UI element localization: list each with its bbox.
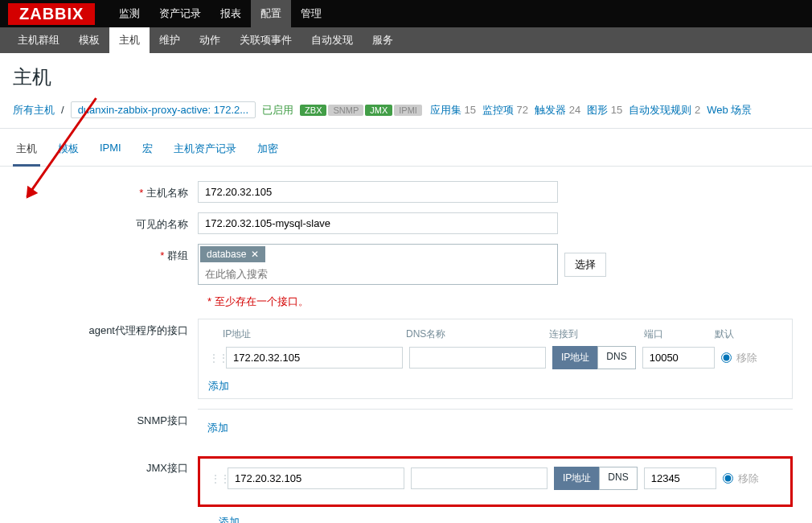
toggle-ip[interactable]: IP地址 xyxy=(554,467,599,490)
groups-label: * 群组 xyxy=(13,244,198,263)
form-area: * 主机名称 可见的名称 * 群组 database ✕ 选择 * 至少存在一个… xyxy=(0,167,812,523)
badge-zbx: ZBX xyxy=(300,105,326,116)
snmp-interface-section: 添加 xyxy=(198,409,793,447)
toggle-dns[interactable]: DNS xyxy=(599,467,637,490)
agent-default-radio[interactable] xyxy=(721,352,732,363)
snmp-label: SNMP接口 xyxy=(13,409,198,428)
badge-snmp: SNMP xyxy=(328,105,363,116)
agent-port-input[interactable] xyxy=(642,347,715,369)
badge-jmx: JMX xyxy=(365,105,392,116)
subnav-services[interactable]: 服务 xyxy=(363,27,403,53)
hostname-label: * 主机名称 xyxy=(13,181,198,200)
iface-headers: IP地址 DNS名称 连接到 端口 默认 xyxy=(208,327,782,341)
tab-inventory[interactable]: 主机资产记录 xyxy=(170,135,240,166)
visible-input[interactable] xyxy=(198,212,558,234)
page-title: 主机 xyxy=(0,53,812,98)
jmx-interface-section: ⋮⋮ IP地址 DNS 移除 xyxy=(198,456,793,507)
agent-dns-input[interactable] xyxy=(409,347,546,369)
subnav-templates[interactable]: 模板 xyxy=(69,27,109,53)
toggle-dns[interactable]: DNS xyxy=(597,346,635,369)
breadcrumb: 所有主机 / duanxin-zabbix-proxy-active: 172.… xyxy=(0,98,812,129)
interface-note: * 至少存在一个接口。 xyxy=(207,294,799,309)
nav-inventory[interactable]: 资产记录 xyxy=(150,0,211,27)
group-search-input[interactable] xyxy=(199,264,544,284)
jmx-ip-input[interactable] xyxy=(228,467,404,489)
subnav-actions[interactable]: 动作 xyxy=(190,27,230,53)
jmx-default-radio[interactable] xyxy=(723,473,733,484)
groups-tagbox[interactable]: database ✕ xyxy=(198,244,558,285)
stat-discovery[interactable]: 自动发现规则 2 xyxy=(629,103,700,117)
tab-templates[interactable]: 模板 xyxy=(55,135,82,166)
topbar: ZABBIX 监测 资产记录 报表 配置 管理 xyxy=(0,0,812,27)
badge-ipmi: IPMI xyxy=(394,105,422,116)
snmp-add-link[interactable]: 添加 xyxy=(207,418,228,439)
stat-triggers[interactable]: 触发器 24 xyxy=(535,103,580,117)
agent-label: agent代理程序的接口 xyxy=(13,319,198,338)
visible-label: 可见的名称 xyxy=(13,212,198,232)
logo[interactable]: ZABBIX xyxy=(8,3,95,25)
select-button[interactable]: 选择 xyxy=(564,253,606,277)
subbar: 主机群组 模板 主机 维护 动作 关联项事件 自动发现 服务 xyxy=(0,27,812,53)
subnav-discovery[interactable]: 自动发现 xyxy=(301,27,363,53)
jmx-dns-input[interactable] xyxy=(411,467,547,489)
tabs: 主机 模板 IPMI 宏 主机资产记录 加密 xyxy=(0,135,812,167)
agent-connect-toggle[interactable]: IP地址 DNS xyxy=(552,346,636,369)
subnav-hostgroups[interactable]: 主机群组 xyxy=(8,27,69,53)
subnav-maintenance[interactable]: 维护 xyxy=(150,27,190,53)
jmx-label: JMX接口 xyxy=(13,456,198,476)
nav-admin[interactable]: 管理 xyxy=(291,0,331,27)
agent-add-link[interactable]: 添加 xyxy=(208,376,229,397)
tab-macros[interactable]: 宏 xyxy=(139,135,156,166)
group-tag[interactable]: database ✕ xyxy=(200,246,265,262)
jmx-add-link[interactable]: 添加 xyxy=(219,512,240,523)
agent-ip-input[interactable] xyxy=(226,347,403,369)
jmx-remove-link: 移除 xyxy=(738,472,759,486)
stat-graphs[interactable]: 图形 15 xyxy=(587,103,622,117)
tab-ipmi[interactable]: IPMI xyxy=(96,135,125,166)
tab-encryption[interactable]: 加密 xyxy=(254,135,281,166)
agent-iface-row: ⋮⋮ IP地址 DNS 移除 xyxy=(208,346,782,369)
stat-items[interactable]: 监控项 72 xyxy=(482,103,528,117)
subnav-correlation[interactable]: 关联项事件 xyxy=(230,27,301,53)
close-icon[interactable]: ✕ xyxy=(251,249,259,260)
toggle-ip[interactable]: IP地址 xyxy=(552,346,597,369)
nav-config[interactable]: 配置 xyxy=(251,0,291,27)
hostname-input[interactable] xyxy=(198,181,558,203)
top-nav: 监测 资产记录 报表 配置 管理 xyxy=(109,0,331,27)
subnav-hosts[interactable]: 主机 xyxy=(109,27,150,53)
drag-handle-icon[interactable]: ⋮⋮ xyxy=(208,352,219,364)
agent-interface-section: IP地址 DNS名称 连接到 端口 默认 ⋮⋮ IP地址 DNS xyxy=(198,319,793,399)
sub-nav: 主机群组 模板 主机 维护 动作 关联项事件 自动发现 服务 xyxy=(8,27,403,53)
jmx-port-input[interactable] xyxy=(644,467,716,489)
nav-monitor[interactable]: 监测 xyxy=(109,0,150,27)
agent-remove-link: 移除 xyxy=(736,351,757,365)
tab-host[interactable]: 主机 xyxy=(13,135,40,167)
bc-host-link[interactable]: duanxin-zabbix-proxy-active: 172.2... xyxy=(71,101,256,118)
stat-web[interactable]: Web 场景 xyxy=(707,103,752,117)
nav-reports[interactable]: 报表 xyxy=(211,0,251,27)
jmx-iface-row: ⋮⋮ IP地址 DNS 移除 xyxy=(210,467,781,490)
jmx-connect-toggle[interactable]: IP地址 DNS xyxy=(554,467,638,490)
stat-apps[interactable]: 应用集 15 xyxy=(430,103,476,117)
status-enabled: 已启用 xyxy=(262,103,293,117)
bc-all-hosts[interactable]: 所有主机 xyxy=(13,103,55,117)
drag-handle-icon[interactable]: ⋮⋮ xyxy=(210,472,221,485)
badges: ZBXSNMPJMXIPMI xyxy=(300,104,424,116)
